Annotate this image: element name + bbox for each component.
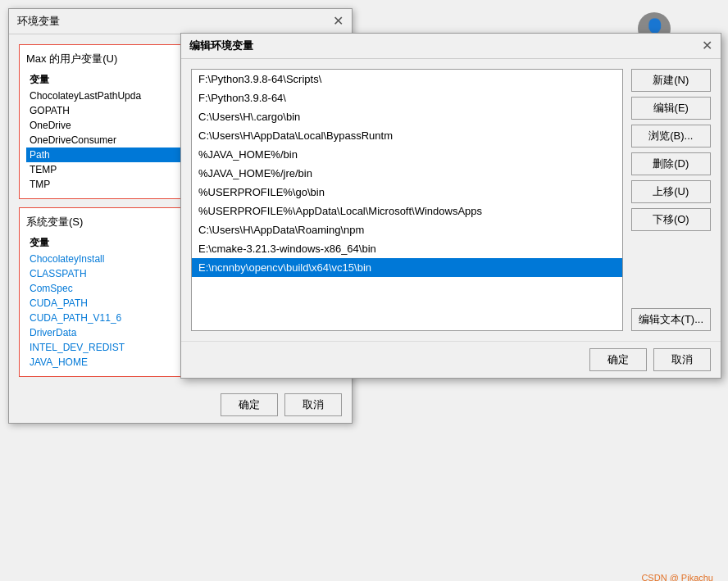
env-ok-button[interactable]: 确定 xyxy=(221,393,278,416)
env-dialog-title: 环境变量 xyxy=(17,14,60,29)
move-down-button[interactable]: 下移(O) xyxy=(631,208,711,231)
watermark: CSDN @ Pikachu xyxy=(641,573,713,581)
edit-dialog-body: F:\Python3.9.8-64\Scripts\F:\Python3.9.8… xyxy=(181,59,721,341)
path-list-item[interactable]: C:\Users\H\AppData\Local\BypassRuntm xyxy=(192,126,622,145)
path-list-item[interactable]: %JAVA_HOME%/jre/bin xyxy=(192,164,622,183)
edit-dialog-close-btn[interactable]: ✕ xyxy=(702,39,712,52)
delete-button[interactable]: 删除(D) xyxy=(631,152,711,175)
env-cancel-button[interactable]: 取消 xyxy=(284,393,342,416)
env-dialog-close-btn[interactable]: ✕ xyxy=(333,15,344,28)
new-button[interactable]: 新建(N) xyxy=(631,69,711,92)
move-up-button[interactable]: 上移(U) xyxy=(631,180,711,203)
env-dialog-footer: 确定 取消 xyxy=(9,387,352,423)
edit-dialog: 编辑环境变量 ✕ F:\Python3.9.8-64\Scripts\F:\Py… xyxy=(180,33,721,379)
edit-button[interactable]: 编辑(E) xyxy=(631,97,711,120)
path-list[interactable]: F:\Python3.9.8-64\Scripts\F:\Python3.9.8… xyxy=(191,69,623,331)
path-list-item[interactable]: E:\ncnnby\opencv\build\x64\vc15\bin xyxy=(192,258,622,277)
edit-cancel-button[interactable]: 取消 xyxy=(653,348,711,371)
edit-buttons-panel: 新建(N) 编辑(E) 浏览(B)... 删除(D) 上移(U) 下移(O) 编… xyxy=(631,69,711,331)
path-list-item[interactable]: F:\Python3.9.8-64\ xyxy=(192,89,622,107)
edit-dialog-title: 编辑环境变量 xyxy=(189,39,253,53)
path-list-item[interactable]: C:\Users\H\.cargo\bin xyxy=(192,107,622,126)
path-list-item[interactable]: %USERPROFILE%\go\bin xyxy=(192,183,622,202)
browse-button[interactable]: 浏览(B)... xyxy=(631,125,711,148)
edit-text-button[interactable]: 编辑文本(T)... xyxy=(631,308,711,331)
path-list-item[interactable]: F:\Python3.9.8-64\Scripts\ xyxy=(192,70,622,89)
env-dialog-titlebar: 环境变量 ✕ xyxy=(9,9,352,34)
edit-ok-button[interactable]: 确定 xyxy=(589,348,647,371)
path-list-item[interactable]: E:\cmake-3.21.3-windows-x86_64\bin xyxy=(192,239,622,258)
path-list-item[interactable]: %USERPROFILE%\AppData\Local\Microsoft\Wi… xyxy=(192,202,622,220)
path-list-item[interactable]: %JAVA_HOME%/bin xyxy=(192,145,622,164)
edit-dialog-footer: 确定 取消 xyxy=(181,341,721,378)
edit-dialog-titlebar: 编辑环境变量 ✕ xyxy=(181,34,721,59)
path-list-item[interactable]: C:\Users\H\AppData\Roaming\npm xyxy=(192,220,622,239)
